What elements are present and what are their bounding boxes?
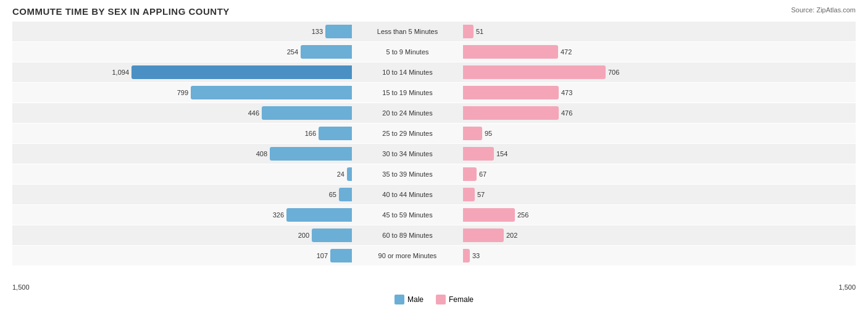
female-value: 67 — [479, 170, 486, 178]
bar-female — [463, 249, 470, 262]
bar-female — [463, 127, 482, 140]
male-value: 65 — [312, 191, 336, 198]
legend-female-label: Female — [449, 295, 474, 304]
chart-row: 6540 to 44 Minutes57 — [12, 185, 856, 204]
female-value: 51 — [476, 28, 483, 35]
bar-male — [262, 106, 352, 120]
legend: Male Female — [12, 295, 856, 304]
bar-male — [312, 229, 352, 242]
chart-row: 2435 to 39 Minutes67 — [12, 164, 856, 184]
chart-title: COMMUTE TIME BY SEX IN APPLING COUNTY — [12, 6, 856, 17]
chart-row: 2545 to 9 Minutes472 — [12, 42, 856, 62]
row-label: 15 to 19 Minutes — [352, 89, 463, 96]
male-value: 107 — [303, 252, 328, 259]
bar-female — [463, 65, 606, 79]
male-value: 24 — [320, 170, 344, 178]
bar-male — [131, 65, 352, 79]
male-value: 446 — [235, 109, 259, 117]
bar-female — [463, 229, 504, 242]
chart-area: 133Less than 5 Minutes512545 to 9 Minute… — [12, 22, 856, 281]
legend-female: Female — [436, 295, 474, 304]
bar-female — [463, 25, 474, 38]
bar-female — [463, 86, 559, 99]
female-value: 472 — [561, 48, 572, 56]
row-label: 10 to 14 Minutes — [352, 69, 463, 76]
female-value: 95 — [485, 130, 492, 137]
bar-male — [347, 167, 352, 181]
male-value: 166 — [291, 130, 316, 137]
chart-row: 20060 to 89 Minutes202 — [12, 225, 856, 245]
chart-row: 40830 to 34 Minutes154 — [12, 144, 856, 164]
source-label: Source: ZipAtlas.com — [791, 6, 856, 14]
male-value: 200 — [285, 232, 309, 239]
chart-row: 1,09410 to 14 Minutes706 — [12, 62, 856, 82]
row-label: 90 or more Minutes — [352, 252, 463, 259]
bar-male — [319, 127, 352, 140]
legend-male-label: Male — [407, 295, 424, 304]
chart-container: COMMUTE TIME BY SEX IN APPLING COUNTY So… — [0, 0, 868, 323]
bar-male — [286, 208, 352, 222]
male-value: 254 — [273, 48, 298, 56]
bar-male — [270, 147, 352, 161]
female-value: 476 — [561, 109, 572, 117]
bar-male — [325, 25, 352, 38]
male-value: 799 — [164, 89, 188, 96]
female-value: 57 — [477, 191, 485, 198]
chart-row: 133Less than 5 Minutes51 — [12, 22, 856, 41]
chart-row: 79915 to 19 Minutes473 — [12, 83, 856, 103]
male-value: 133 — [298, 28, 323, 35]
legend-male: Male — [394, 295, 424, 304]
row-label: 25 to 29 Minutes — [352, 130, 463, 137]
female-value: 33 — [472, 252, 480, 259]
male-value: 1,094 — [104, 69, 129, 76]
bar-male — [339, 188, 352, 201]
female-value: 256 — [517, 211, 528, 219]
bar-male — [330, 249, 352, 262]
row-label: 40 to 44 Minutes — [352, 191, 463, 198]
bar-female — [463, 167, 477, 181]
row-label: 35 to 39 Minutes — [352, 170, 463, 178]
row-label: 5 to 9 Minutes — [352, 48, 463, 56]
row-label: 20 to 24 Minutes — [352, 109, 463, 117]
legend-female-box — [436, 295, 446, 304]
row-label: 30 to 34 Minutes — [352, 150, 463, 157]
female-value: 154 — [496, 150, 507, 157]
bar-male — [301, 45, 352, 59]
male-value: 408 — [243, 150, 267, 157]
row-label: 60 to 89 Minutes — [352, 232, 463, 239]
female-value: 706 — [608, 69, 619, 76]
female-value: 202 — [506, 232, 517, 239]
chart-row: 44620 to 24 Minutes476 — [12, 103, 856, 123]
chart-row: 16625 to 29 Minutes95 — [12, 124, 856, 143]
female-value: 473 — [561, 89, 572, 96]
bar-female — [463, 188, 475, 201]
bar-female — [463, 45, 558, 59]
male-value: 326 — [259, 211, 284, 219]
axis-bottom: 1,500 1,500 — [12, 283, 856, 291]
row-label: Less than 5 Minutes — [352, 28, 463, 35]
axis-left-label: 1,500 — [12, 283, 30, 291]
bar-female — [463, 147, 494, 161]
legend-male-box — [394, 295, 404, 304]
chart-row: 10790 or more Minutes33 — [12, 246, 856, 266]
bar-female — [463, 106, 559, 120]
axis-right-label: 1,500 — [838, 283, 856, 291]
row-label: 45 to 59 Minutes — [352, 211, 463, 219]
bar-male — [191, 86, 352, 99]
chart-row: 32645 to 59 Minutes256 — [12, 205, 856, 225]
bar-female — [463, 208, 515, 222]
